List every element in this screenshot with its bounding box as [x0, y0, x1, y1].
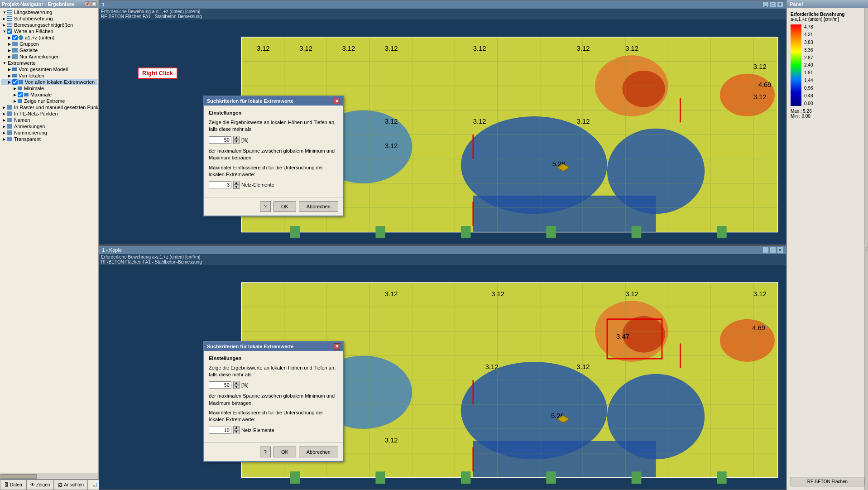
dialog1-spin-down2[interactable]: ▼	[233, 185, 240, 189]
expand-arrow-langsbewahrung[interactable]: ▼	[3, 10, 6, 14]
expand-arrow-von-allen-lokalen[interactable]: ▶	[8, 80, 12, 84]
close-nav-button[interactable]: ✕	[91, 1, 96, 7]
nav-item-werte-flachen[interactable]: ▼Werte an Flächen	[1, 28, 97, 34]
expand-arrow-bemessungsschnitt[interactable]: ▶	[3, 23, 6, 27]
expand-arrow-gruppen[interactable]: ▶	[8, 42, 12, 46]
nav-item-nummerierung[interactable]: ▶Nummerierung	[1, 130, 97, 136]
checkbox-maximale[interactable]	[18, 92, 23, 97]
nav-item-a1xz[interactable]: ▶a1,+z (unten)	[1, 34, 97, 41]
icon-a1xz	[19, 35, 23, 40]
expand-arrow-gezielte[interactable]: ▶	[8, 48, 12, 52]
expand-arrow-in-fe-netz[interactable]: ▶	[3, 112, 6, 115]
resize-handle-right[interactable]	[864, 8, 868, 490]
restore-bottom-button[interactable]: □	[770, 247, 776, 253]
expand-arrow-vom-gesamten-modell[interactable]: ▶	[8, 67, 12, 71]
tab-ansichten[interactable]: 🖼 Ansichten	[54, 480, 88, 490]
nav-item-extremwerte[interactable]: ▼Extremwerte	[1, 60, 97, 66]
dialog1-text2: der maximalen Spanne zwischen globalem M…	[209, 148, 338, 162]
expand-arrow-maximale[interactable]: ▶	[14, 93, 17, 96]
nav-item-zeige-nur-extreme[interactable]: ▶Zeige nur Extreme	[1, 98, 97, 104]
dialog1-help-button[interactable]: ?	[260, 201, 271, 212]
hscroll-thumb[interactable]	[0, 474, 37, 479]
minimize-top-button[interactable]: _	[762, 1, 769, 8]
nav-tree: ▼ Längsbewehrung▶ Schubbewehrung▶ Bemess…	[0, 8, 98, 473]
checkbox-von-allen-lokalen[interactable]	[12, 79, 18, 85]
nav-item-langsbewahrung[interactable]: ▼ Längsbewehrung	[1, 9, 97, 15]
nav-item-von-lokalen[interactable]: ▶Von lokalen	[1, 72, 97, 79]
eye-icon: 👁	[30, 482, 35, 487]
dialog1-cancel-button[interactable]: Abbrechen	[299, 201, 338, 212]
nav-item-transparent[interactable]: ▶Transparent	[1, 136, 97, 142]
restore-top-button[interactable]: □	[770, 1, 776, 8]
expand-arrow-in-raster[interactable]: ▶	[3, 106, 6, 109]
expand-arrow-anmerkungen[interactable]: ▶	[3, 125, 6, 128]
dialog2-spin-up1[interactable]: ▲	[233, 381, 240, 385]
dialog2-ok-button[interactable]: OK	[273, 447, 296, 457]
expand-arrow-transparent[interactable]: ▶	[3, 137, 6, 141]
nav-item-namen[interactable]: ▶Namen	[1, 117, 97, 123]
expand-arrow-zeige-nur-extreme[interactable]: ▶	[14, 99, 17, 103]
dialog1-input2[interactable]	[209, 181, 231, 188]
svg-text:3.12: 3.12	[385, 436, 398, 443]
dialog2-input2[interactable]	[209, 427, 231, 434]
expand-arrow-minimale[interactable]: ▶	[14, 86, 17, 90]
legend-value: 2.87	[804, 55, 813, 60]
legend-labels: 4.784.313.833.362.872.401.911.440.960.48…	[804, 24, 813, 106]
nav-item-bemessungsschnitt[interactable]: ▶ Bemessungsschnittgrößen	[1, 22, 97, 28]
nav-hscroll[interactable]	[0, 473, 98, 479]
dialog2-spin-down2[interactable]: ▼	[233, 430, 240, 434]
icon-nur-anmerkungen	[12, 54, 18, 59]
nav-item-gruppen[interactable]: ▶Gruppen	[1, 41, 97, 47]
nav-item-minimale[interactable]: ▶Minimale	[1, 85, 97, 91]
icon-zeige-nur-extreme	[18, 99, 22, 103]
minimize-bottom-button[interactable]: _	[762, 247, 769, 253]
svg-rect-98	[632, 471, 642, 484]
nav-item-nur-anmerkungen[interactable]: ▶Nur Anmerkungen	[1, 53, 97, 60]
pin-button[interactable]: 📌	[85, 1, 90, 7]
legend-max-min: Max : 5.26 Min : 0.00	[791, 109, 864, 119]
expand-arrow-nummerierung[interactable]: ▶	[3, 131, 6, 135]
bottom-tabs: 🗄 Daten 👁 Zeigen 🖼 Ansichten 📊 Ergebniss…	[0, 479, 98, 490]
nav-item-schubbewahrung[interactable]: ▶ Schubbewehrung	[1, 15, 97, 22]
icon-nummerierung	[7, 130, 12, 135]
dialog1-spin-down1[interactable]: ▼	[233, 140, 240, 144]
content-area: 1 _ □ ✕ Erforderliche Bewehrung a-s,1,+z…	[99, 0, 786, 490]
close-top-button[interactable]: ✕	[777, 1, 783, 8]
navigator-panel: Projekt-Navigator - Ergebnisse 📌 ✕ ▼ Län…	[0, 0, 99, 490]
dialog2-unit1: [%]	[241, 382, 249, 388]
view-icon: 🖼	[58, 482, 62, 487]
dialog2-help-button[interactable]: ?	[260, 447, 271, 457]
dialog1-close-button[interactable]: ✕	[334, 98, 340, 104]
nav-item-maximale[interactable]: ▶Maximale	[1, 91, 97, 98]
expand-arrow-namen[interactable]: ▶	[3, 118, 6, 122]
expand-arrow-a1xz[interactable]: ▶	[8, 36, 12, 39]
expand-arrow-extremwerte[interactable]: ▼	[3, 61, 6, 65]
label-minimale: Minimale	[24, 86, 44, 91]
nav-item-von-allen-lokalen[interactable]: ▶Von allen lokalen Extremwerten	[1, 79, 97, 85]
dialog1-input1[interactable]	[209, 136, 231, 144]
dialog2-spin1: ▲ ▼	[233, 381, 240, 389]
svg-text:3.12: 3.12	[753, 63, 767, 70]
checkbox-werte-flachen[interactable]	[7, 29, 12, 34]
expand-arrow-werte-flachen[interactable]: ▼	[3, 29, 6, 33]
dialog2-cancel-button[interactable]: Abbrechen	[299, 447, 338, 457]
tab-zeigen[interactable]: 👁 Zeigen	[26, 480, 54, 490]
tab-daten[interactable]: 🗄 Daten	[0, 480, 26, 490]
dialog1-spin-up2[interactable]: ▲	[233, 181, 240, 185]
checkbox-a1xz[interactable]	[12, 35, 18, 40]
dialog2-spin-down1[interactable]: ▼	[233, 385, 240, 389]
dialog2-input1[interactable]	[209, 381, 231, 389]
dialog1-ok-button[interactable]: OK	[273, 201, 296, 212]
nav-item-anmerkungen[interactable]: ▶Anmerkungen	[1, 123, 97, 130]
rf-beton-button[interactable]: RF-BETON Flächen	[791, 477, 864, 486]
nav-item-in-fe-netz[interactable]: ▶In FE-Netz-Punkten	[1, 110, 97, 117]
nav-item-in-raster[interactable]: ▶In Raster und manuell gesetzten Punk	[1, 104, 97, 110]
dialog2-close-button[interactable]: ✕	[334, 343, 340, 350]
nav-item-vom-gesamten-modell[interactable]: ▶Vom gesamten Modell	[1, 66, 97, 72]
expand-arrow-von-lokalen[interactable]: ▶	[8, 74, 12, 77]
close-bottom-button[interactable]: ✕	[777, 247, 783, 253]
nav-item-gezielte[interactable]: ▶Gezielte	[1, 47, 97, 53]
svg-rect-94	[290, 471, 300, 484]
expand-arrow-nur-anmerkungen[interactable]: ▶	[8, 55, 12, 58]
expand-arrow-schubbewahrung[interactable]: ▶	[3, 17, 6, 20]
